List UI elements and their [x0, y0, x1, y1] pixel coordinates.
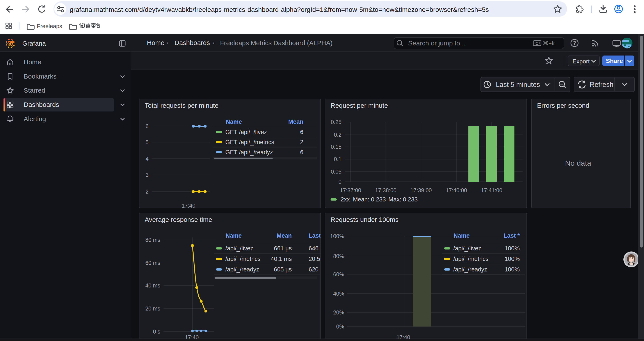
svg-text:2: 2 [146, 188, 148, 195]
svg-text:5: 5 [146, 139, 148, 145]
svg-text:2xx: 2xx [341, 196, 350, 203]
svg-text:60 ms: 60 ms [145, 260, 160, 266]
svg-text:0: 0 [338, 179, 342, 185]
svg-text:17:39:00: 17:39:00 [410, 187, 432, 193]
svg-text:0.25: 0.25 [331, 119, 342, 125]
svg-text:/api/_/readyz: /api/_/readyz [225, 266, 259, 273]
svg-text:0.05: 0.05 [331, 169, 342, 175]
svg-text:17:41:00: 17:41:00 [481, 187, 502, 193]
svg-text:Last *: Last * [504, 232, 520, 239]
svg-text:620: 620 [309, 266, 318, 273]
svg-text:GET /api/_/livez: GET /api/_/livez [225, 129, 267, 135]
svg-text:100%: 100% [330, 233, 344, 239]
svg-text:40%: 40% [333, 290, 344, 297]
svg-text:/api/_/livez: /api/_/livez [225, 245, 254, 252]
svg-text:20%: 20% [333, 309, 344, 315]
svg-text:/api/_/readyz: /api/_/readyz [453, 266, 487, 273]
svg-text:646: 646 [309, 245, 318, 252]
svg-text:100%: 100% [504, 266, 520, 273]
svg-text:/api/_/livez: /api/_/livez [453, 245, 481, 252]
svg-text:100%: 100% [504, 245, 520, 252]
svg-text:6: 6 [300, 129, 303, 135]
svg-text:40.1 ms: 40.1 ms [271, 256, 292, 262]
svg-text:17:40: 17:40 [182, 203, 196, 208]
svg-text:0.2: 0.2 [334, 132, 342, 138]
svg-text:/api/_/metrics: /api/_/metrics [225, 256, 260, 262]
svg-text:GET /api/_/readyz: GET /api/_/readyz [225, 149, 273, 156]
svg-text:Mean: Mean [288, 119, 303, 125]
svg-text:0%: 0% [336, 323, 344, 329]
svg-text:60%: 60% [333, 271, 344, 277]
svg-text:6: 6 [300, 149, 303, 156]
svg-text:3: 3 [146, 172, 148, 178]
svg-text:Max: 0.233: Max: 0.233 [388, 196, 418, 203]
svg-text:100%: 100% [504, 256, 520, 262]
svg-text:2: 2 [300, 139, 303, 146]
svg-text:20 ms: 20 ms [145, 305, 160, 311]
svg-text:661 µs: 661 µs [274, 245, 292, 252]
svg-text:605 µs: 605 µs [274, 266, 292, 273]
svg-text:0 s: 0 s [153, 328, 160, 335]
svg-text:40 ms: 40 ms [145, 282, 160, 288]
svg-text:17:38:00: 17:38:00 [375, 187, 396, 193]
svg-text:Name: Name [226, 119, 242, 125]
svg-text:0.1: 0.1 [334, 156, 342, 162]
svg-text:4: 4 [146, 156, 148, 162]
svg-text:Name: Name [454, 232, 470, 239]
svg-text:GET /api/_/metrics: GET /api/_/metrics [225, 139, 274, 146]
svg-text:20.5 r: 20.5 r [309, 256, 320, 262]
svg-text:/api/_/metrics: /api/_/metrics [453, 256, 488, 262]
svg-text:80%: 80% [333, 253, 344, 259]
svg-text:80 ms: 80 ms [145, 237, 160, 243]
svg-text:17:37:00: 17:37:00 [340, 187, 361, 193]
svg-text:Name: Name [226, 232, 242, 239]
svg-text:6: 6 [146, 123, 148, 129]
svg-text:17:40:00: 17:40:00 [446, 187, 467, 193]
svg-text:0.15: 0.15 [331, 144, 342, 150]
svg-text:Mean: 0.233: Mean: 0.233 [353, 196, 386, 203]
svg-text:Last *: Last * [309, 232, 320, 239]
svg-text:?: ? [573, 40, 576, 46]
svg-text:Mean: Mean [277, 232, 292, 239]
